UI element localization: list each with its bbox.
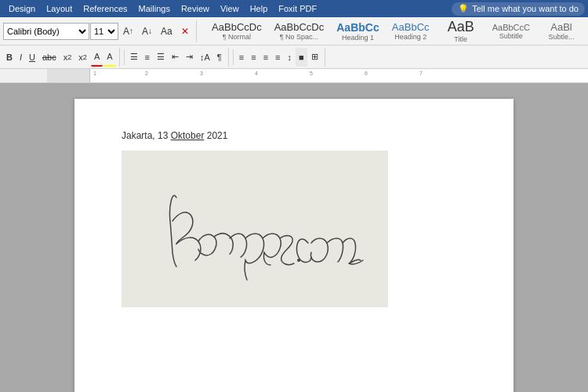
- font-family-select[interactable]: Calibri (Body): [3, 23, 89, 40]
- style-normal-preview: AaBbCcDc: [212, 21, 262, 33]
- style-heading1[interactable]: AaBbCc Heading 1: [332, 20, 383, 43]
- separator1: [124, 49, 125, 65]
- ruler-tick-5: 5: [310, 71, 313, 76]
- decrease-indent-button[interactable]: ⇤: [169, 48, 182, 67]
- style-normal-label: ¶ Normal: [223, 33, 251, 41]
- underline-button[interactable]: U: [26, 48, 38, 67]
- date-text-before: Jakarta, 13: [122, 130, 171, 141]
- style-title-preview: AaB: [448, 19, 474, 35]
- date-year: 2021: [204, 130, 227, 141]
- tell-me-text: Tell me what you want to do: [472, 4, 579, 13]
- sort-button[interactable]: ↕A: [197, 48, 213, 67]
- style-no-spacing[interactable]: AaBbCcDc ¶ No Spac...: [270, 20, 329, 42]
- ruler-inner: 1 2 3 4 5 6 7: [90, 69, 588, 82]
- toolbar-row1: Calibri (Body) 11 A↑ A↓ Aa ✕ AaBbCcDc ¶ …: [0, 17, 588, 45]
- menu-help[interactable]: Help: [245, 2, 274, 15]
- grow-font-button[interactable]: A↑: [119, 20, 137, 42]
- menu-mailings[interactable]: Mailings: [133, 2, 176, 15]
- bullets-button[interactable]: ☰: [127, 48, 141, 67]
- strikethrough-button[interactable]: abc: [39, 48, 60, 67]
- menu-bar: Design Layout References Mailings Review…: [0, 0, 588, 17]
- menu-references[interactable]: References: [78, 2, 132, 15]
- style-more-label: Subtle...: [548, 33, 574, 41]
- signature-svg: [145, 166, 365, 292]
- style-subtitle-label: Subtitle: [499, 32, 523, 40]
- style-heading1-label: Heading 1: [342, 34, 374, 42]
- justify-button[interactable]: ≡: [272, 48, 283, 67]
- subscript-button[interactable]: x2: [60, 48, 75, 67]
- styles-section: AaBbCcDc ¶ Normal AaBbCcDc ¶ No Spac... …: [207, 17, 585, 45]
- ruler-tick-3: 3: [200, 71, 203, 76]
- text-format-group: B I U abc x2 x2 A A: [3, 48, 120, 67]
- style-heading2-label: Heading 2: [394, 33, 426, 41]
- style-no-spacing-label: ¶ No Spac...: [280, 33, 318, 41]
- menu-review[interactable]: Review: [176, 2, 215, 15]
- shrink-font-button[interactable]: A↓: [138, 20, 156, 42]
- font-size-select[interactable]: 11: [90, 23, 118, 40]
- style-heading2-preview: AaBbCc: [392, 21, 430, 33]
- ruler-tick-2: 2: [145, 71, 148, 76]
- ruler-tick-6: 6: [365, 71, 368, 76]
- style-no-spacing-preview: AaBbCcDc: [274, 21, 325, 33]
- style-title-label: Title: [454, 35, 467, 43]
- signature-image: [122, 151, 388, 307]
- ruler-left-margin: [47, 69, 90, 82]
- document-date: Jakarta, 13 Oktober 2021: [122, 130, 466, 141]
- separator2: [233, 49, 234, 65]
- format-bar: B I U abc x2 x2 A A ☰ ≡ ☰ ⇤ ⇥ ↕A ¶ ≡ ≡ ≡…: [0, 45, 588, 69]
- paragraph-group: ☰ ≡ ☰ ⇤ ⇥ ↕A ¶: [127, 48, 229, 67]
- tell-me-box[interactable]: 💡 Tell me what you want to do: [452, 2, 585, 16]
- ruler-tick-1: 1: [93, 71, 96, 76]
- document-area: Jakarta, 13 Oktober 2021: [0, 83, 588, 392]
- menu-view[interactable]: View: [215, 2, 245, 15]
- numbering-button[interactable]: ≡: [142, 48, 153, 67]
- style-title[interactable]: AaB Title: [437, 17, 485, 45]
- show-marks-button[interactable]: ¶: [214, 48, 225, 67]
- text-highlight-button[interactable]: A: [103, 48, 115, 67]
- borders-button[interactable]: ⊞: [308, 48, 321, 67]
- align-right-button[interactable]: ≡: [260, 48, 271, 67]
- align-center-button[interactable]: ≡: [248, 48, 259, 67]
- case-button[interactable]: Aa: [157, 20, 176, 42]
- style-subtitle[interactable]: AaBbCcC Subtitle: [488, 21, 535, 42]
- italic-button[interactable]: I: [16, 48, 25, 67]
- ruler-tick-7: 7: [419, 71, 423, 76]
- font-group: Calibri (Body) 11 A↑ A↓ Aa ✕: [3, 20, 197, 42]
- style-heading1-preview: AaBbCc: [336, 21, 379, 34]
- align-left-button[interactable]: ≡: [236, 48, 247, 67]
- ruler-tick-4: 4: [255, 71, 258, 76]
- style-subtitle-preview: AaBbCcC: [492, 23, 530, 32]
- lightbulb-icon: 💡: [458, 4, 469, 14]
- style-more-preview: AaBl: [550, 21, 572, 33]
- clear-format-button[interactable]: ✕: [177, 20, 193, 42]
- align-group: ≡ ≡ ≡ ≡ ↕ ■ ⊞: [236, 48, 325, 67]
- style-more[interactable]: AaBl Subtle...: [538, 20, 585, 42]
- style-normal[interactable]: AaBbCcDc ¶ Normal: [207, 20, 267, 42]
- page: Jakarta, 13 Oktober 2021: [74, 99, 514, 392]
- menu-foxit[interactable]: Foxit PDF: [273, 2, 322, 15]
- increase-indent-button[interactable]: ⇥: [183, 48, 196, 67]
- shading-button[interactable]: ■: [296, 48, 307, 67]
- superscript-button[interactable]: x2: [75, 48, 90, 67]
- date-underline: Oktober: [171, 130, 205, 141]
- ruler: 1 2 3 4 5 6 7: [0, 69, 588, 83]
- font-color-button[interactable]: A: [91, 48, 103, 67]
- style-heading2[interactable]: AaBbCc Heading 2: [387, 20, 434, 42]
- line-spacing-button[interactable]: ↕: [284, 48, 295, 67]
- multilevel-button[interactable]: ☰: [154, 48, 168, 67]
- menu-layout[interactable]: Layout: [41, 2, 78, 15]
- menu-design[interactable]: Design: [3, 2, 41, 15]
- bold-button[interactable]: B: [3, 48, 16, 67]
